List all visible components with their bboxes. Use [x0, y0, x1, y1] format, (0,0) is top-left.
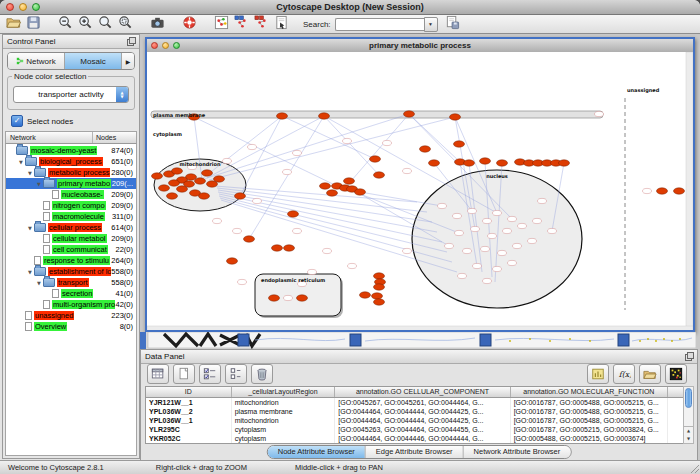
table-cell[interactable]: [GO:0044464, GO:0044444, GO:0044425, G..… — [335, 443, 510, 444]
graph-edge[interactable] — [219, 196, 447, 252]
graph-node-outline[interactable] — [383, 140, 392, 145]
table-row-YLR295C[interactable]: YLR295Ccytoplasm[GO:0045263, GO:0044464,… — [146, 425, 684, 434]
table-cell[interactable]: [GO:0016787, GO:0005488, GO:0005215, G..… — [511, 398, 668, 407]
network-overview-icon[interactable] — [213, 14, 230, 30]
table-cell[interactable]: cytoplasm — [232, 425, 336, 434]
app-titlebar[interactable]: Cytoscape Desktop (New Session) — [0, 0, 700, 15]
graph-node-outline[interactable] — [643, 188, 652, 193]
expand-arrow-icon[interactable]: ▼ — [26, 170, 34, 176]
graph-node[interactable] — [420, 146, 431, 152]
graph-node[interactable] — [297, 295, 308, 301]
table-row-YPL036W__2[interactable]: YPL036W__2plasma membrane[GO:0044464, GO… — [146, 407, 684, 416]
search-input[interactable] — [335, 18, 424, 31]
graph-node-outline[interactable] — [308, 269, 317, 274]
graph-node-outline[interactable] — [463, 248, 472, 253]
graph-node-outline[interactable] — [498, 250, 507, 255]
show-table-icon[interactable] — [147, 364, 169, 384]
table-row-YPL036W__1[interactable]: YPL036W__1mitochondrion[GO:0044464, GO:0… — [146, 416, 684, 425]
graph-node[interactable] — [374, 172, 385, 178]
tree-row-macromolecule[interactable]: macromolecule311(0) — [6, 211, 136, 222]
graph-edge[interactable] — [205, 116, 324, 179]
graph-node-outline[interactable] — [481, 246, 490, 251]
graph-node-outline[interactable] — [483, 218, 492, 223]
table-cell[interactable]: plasma membrane — [232, 407, 336, 416]
graph-node-outline[interactable] — [223, 158, 232, 163]
graph-node[interactable] — [244, 236, 255, 242]
graph-node-outline[interactable] — [513, 243, 522, 248]
graph-node[interactable] — [674, 188, 685, 194]
column-header-ID[interactable]: ID — [146, 387, 232, 397]
tree-column-nodes[interactable]: Nodes — [93, 132, 136, 143]
graph-node[interactable] — [227, 258, 238, 264]
tree-row-establishment-of-lo[interactable]: ▼establishment of lo558(0) — [6, 266, 136, 277]
graph-node[interactable] — [272, 245, 283, 251]
tree-row-secretion[interactable]: secretion41(0) — [6, 288, 136, 299]
help-icon[interactable] — [181, 14, 198, 30]
graph-node-outline[interactable] — [518, 223, 527, 228]
graph-node-outline[interactable] — [493, 210, 502, 215]
column-header-_cellularLayoutRegion[interactable]: _cellularLayoutRegion — [232, 387, 336, 397]
tree-row-unassigned[interactable]: unassigned223(0) — [6, 310, 136, 321]
delete-attribute-icon[interactable] — [251, 364, 273, 384]
graph-edge[interactable] — [324, 116, 379, 175]
table-cell[interactable]: mitochondrion — [232, 443, 336, 444]
graph-node[interactable] — [319, 113, 330, 119]
graph-node-outline[interactable] — [253, 198, 262, 203]
graph-node[interactable] — [172, 168, 183, 174]
graph-node-outline[interactable] — [503, 228, 512, 233]
graph-node[interactable] — [159, 185, 170, 191]
expand-arrow-icon[interactable]: ▼ — [35, 280, 43, 286]
more-tabs-button[interactable]: ▶ — [122, 53, 134, 69]
attribute-table[interactable]: ID_cellularLayoutRegionannotation.GO CEL… — [145, 386, 685, 444]
graph-node[interactable] — [327, 190, 338, 196]
tree-row-biological-process[interactable]: ▼biological_process651(0) — [6, 156, 136, 167]
table-cell[interactable]: [GO:0044464, GO:0044446, GO:0044444, G..… — [335, 434, 510, 443]
tree-row-multi-organism-pro[interactable]: multi-organism pro42(0) — [6, 299, 136, 310]
tab-edge-attribute-browser[interactable]: Edge Attribute Browser — [366, 446, 464, 458]
graph-node-outline[interactable] — [213, 218, 222, 223]
graph-node[interactable] — [370, 156, 381, 162]
tree-row-transport[interactable]: ▼transport558(0) — [6, 277, 136, 288]
graph-node-outline[interactable] — [343, 138, 352, 143]
canvas-vscrollbar[interactable] — [686, 52, 693, 330]
tree-row-nucleobase-[interactable]: nucleobase-209(0) — [6, 189, 136, 200]
graph-node-outline[interactable] — [483, 278, 492, 283]
graph-node[interactable] — [344, 178, 355, 184]
minimize-window-button[interactable] — [19, 3, 27, 11]
graph-node[interactable] — [374, 299, 385, 305]
graph-node-outline[interactable] — [471, 226, 480, 231]
graph-edge[interactable] — [202, 116, 282, 179]
tree-row-cellular-process[interactable]: ▼cellular process614(0) — [6, 222, 136, 233]
close-network-window-button[interactable] — [151, 42, 158, 49]
graph-node[interactable] — [454, 141, 465, 147]
graph-node[interactable] — [372, 293, 383, 299]
table-cell[interactable] — [668, 443, 684, 444]
graph-node[interactable] — [284, 245, 295, 251]
graph-node[interactable] — [374, 273, 385, 279]
table-cell[interactable] — [668, 425, 684, 434]
import-attributes-icon[interactable] — [639, 364, 661, 384]
scroll-down-icon[interactable]: ▼ — [684, 435, 693, 443]
table-cell[interactable]: [GO:0016787, GO:0005215, GO:0003824, G..… — [511, 425, 668, 434]
network-view-window[interactable]: primary metabolic process plasma membran… — [145, 37, 695, 332]
table-row-YDR039C__1[interactable]: YDR039C__1mitochondrion[GO:0044464, GO:0… — [146, 443, 684, 444]
table-cell[interactable]: YLR295C — [146, 425, 232, 434]
table-cell[interactable]: [GO:0005488, GO:0005215, GO:0003674] — [511, 434, 668, 443]
column-header-annotation.GO CELLULAR_COMPONENT[interactable]: annotation.GO CELLULAR_COMPONENT — [335, 387, 510, 397]
tree-row-cellular-metabol[interactable]: cellular metabol209(0) — [6, 233, 136, 244]
graph-node[interactable] — [235, 193, 246, 199]
graph-node[interactable] — [277, 113, 288, 119]
scrollbar-arrows[interactable]: ▲ ▼ — [684, 426, 693, 443]
graph-node-outline[interactable] — [323, 248, 332, 253]
tree-row-overview[interactable]: Overview8(0) — [6, 321, 136, 332]
table-cell[interactable]: [GO:0045267, GO:0045261, GO:0044464, G..… — [335, 398, 510, 407]
table-cell[interactable]: cytoplasm — [232, 434, 336, 443]
tree-row-response-to-stimulu[interactable]: response to stimulu264(0) — [6, 255, 136, 266]
expand-arrow-icon[interactable]: ▼ — [26, 269, 34, 275]
zoom-window-button[interactable] — [32, 3, 40, 11]
graph-edge[interactable] — [218, 192, 437, 232]
unselect-attributes-icon[interactable] — [225, 364, 247, 384]
graph-node-outline[interactable] — [238, 279, 247, 284]
resize-grip[interactable] — [689, 463, 699, 473]
table-cell[interactable]: YPL036W__2 — [146, 407, 232, 416]
